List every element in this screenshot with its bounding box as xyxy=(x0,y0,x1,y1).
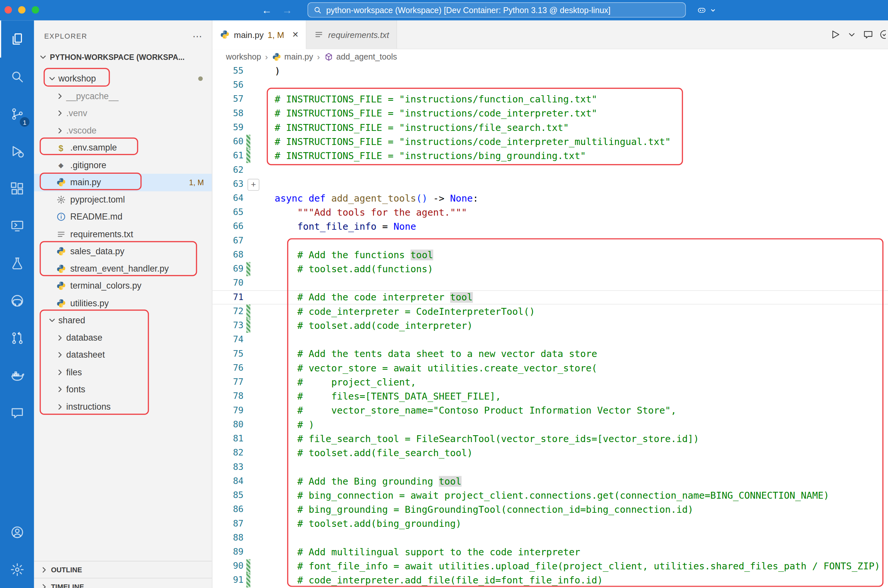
tree-item-utilities-py[interactable]: utilities.py xyxy=(34,294,212,312)
code-line-55[interactable]: 55) xyxy=(212,64,888,78)
line-number: 88 xyxy=(212,531,243,545)
code-line-82[interactable]: 82 # toolset.add(file_search_tool) xyxy=(212,446,888,460)
tree-item-shared[interactable]: shared xyxy=(34,312,212,329)
nav-forward-icon[interactable]: → xyxy=(282,4,292,16)
code-line-87[interactable]: 87 # toolset.add(bing_grounding) xyxy=(212,517,888,531)
code-line-79[interactable]: 79 # vector_store_name="Contoso Product … xyxy=(212,404,888,417)
run-dropdown-icon[interactable] xyxy=(846,29,858,40)
tree-item-gitignore[interactable]: ◆.gitignore xyxy=(34,156,212,174)
code-line-66[interactable]: 66 font_file_info = None xyxy=(212,219,888,234)
activity-item-remote-explorer[interactable] xyxy=(0,207,34,244)
maximize-window-button[interactable] xyxy=(32,6,39,14)
code-line-60[interactable]: 60# INSTRUCTIONS_FILE = "instructions/co… xyxy=(212,135,888,149)
code-line-90[interactable]: 90 # font_file_info = await utilities.up… xyxy=(212,559,888,573)
code-line-72[interactable]: 72 # code_interpreter = CodeInterpreterT… xyxy=(212,304,888,319)
code-line-84[interactable]: 84 # Add the Bing grounding tool xyxy=(212,474,888,488)
code-line-78[interactable]: 78 # files=[TENTS_DATA_SHEET_FILE], xyxy=(212,389,888,404)
git-gutter-mark xyxy=(246,262,251,276)
run-button-icon[interactable] xyxy=(830,29,841,40)
code-line-61[interactable]: 61# INSTRUCTIONS_FILE = "instructions/bi… xyxy=(212,149,888,163)
tree-item-vscode[interactable]: .vscode xyxy=(34,122,212,140)
activity-item-extensions[interactable] xyxy=(0,170,34,207)
tree-item-requirements-txt[interactable]: requirements.txt xyxy=(34,225,212,243)
activity-item-explorer[interactable] xyxy=(0,20,34,58)
tree-item-datasheet[interactable]: datasheet xyxy=(34,346,212,364)
close-icon[interactable]: ✕ xyxy=(292,30,299,39)
breadcrumb-item-add-agent-tools[interactable]: add_agent_tools xyxy=(324,52,397,61)
copilot-icon[interactable] xyxy=(696,5,706,15)
code-line-73[interactable]: 73 # toolset.add(code_interpreter) xyxy=(212,319,888,333)
tree-item-venv[interactable]: .venv xyxy=(34,105,212,122)
code-line-76[interactable]: 76 # vector_store = await utilities.crea… xyxy=(212,361,888,375)
code-line-70[interactable]: 70 xyxy=(212,276,888,290)
code-line-58[interactable]: 58# INSTRUCTIONS_FILE = "instructions/co… xyxy=(212,106,888,120)
workspace-root-row[interactable]: PYTHON-WORKSPACE (WORKSPA... xyxy=(34,49,212,66)
tree-item-pycache[interactable]: __pycache__ xyxy=(34,87,212,105)
close-window-button[interactable] xyxy=(5,6,12,14)
activity-item-source-control[interactable]: 1 xyxy=(0,95,34,132)
code-line-77[interactable]: 77 # project_client, xyxy=(212,375,888,389)
code-line-86[interactable]: 86 # bing_grounding = BingGroundingTool(… xyxy=(212,502,888,517)
code-line-67[interactable]: 67 xyxy=(212,234,888,248)
code-line-85[interactable]: 85 # bing_connection = await project_cli… xyxy=(212,489,888,502)
code-line-57[interactable]: 57# INSTRUCTIONS_FILE = "instructions/fu… xyxy=(212,92,888,106)
code-line-62[interactable]: 62 xyxy=(212,163,888,177)
tree-item-fonts[interactable]: fonts xyxy=(34,381,212,398)
code-line-74[interactable]: 74 xyxy=(212,333,888,347)
chevron-down-icon[interactable] xyxy=(709,6,717,14)
outline-section-header[interactable]: OUTLINE xyxy=(34,561,212,579)
code-line-65[interactable]: 65 """Add tools for the agent.""" xyxy=(212,206,888,219)
tree-item-workshop[interactable]: workshop xyxy=(34,70,212,87)
tree-item-files[interactable]: files xyxy=(34,363,212,381)
code-line-68[interactable]: 68 # Add the functions tool xyxy=(212,248,888,262)
tree-item-stream-event-handler-py[interactable]: stream_event_handler.py xyxy=(34,260,212,278)
git-gutter-mark xyxy=(246,149,251,163)
breadcrumb-item-workshop[interactable]: workshop xyxy=(226,52,261,61)
explorer-more-actions-icon[interactable]: ⋯ xyxy=(192,30,203,42)
tree-item-pyproject-toml[interactable]: pyproject.toml xyxy=(34,191,212,208)
code-line-71[interactable]: 71 # Add the code interpreter tool xyxy=(212,290,888,304)
tab-main-py[interactable]: main.py1, M✕ xyxy=(212,20,307,49)
tree-item-instructions[interactable]: instructions xyxy=(34,398,212,416)
activity-item-comment[interactable] xyxy=(0,394,34,431)
comment-action-icon[interactable] xyxy=(862,29,874,40)
code-line-91[interactable]: 91 # code_interpreter.add_file(file_id=f… xyxy=(212,573,888,587)
tree-item-readme-md[interactable]: README.md xyxy=(34,208,212,225)
code-line-75[interactable]: 75 # Add the tents data sheet to a new v… xyxy=(212,347,888,361)
code-line-80[interactable]: 80 # ) xyxy=(212,417,888,432)
code-line-64[interactable]: 64async def add_agent_tools() -> None: xyxy=(212,191,888,206)
more-circle-icon[interactable] xyxy=(879,29,886,40)
code-line-59[interactable]: 59# INSTRUCTIONS_FILE = "instructions/fi… xyxy=(212,120,888,135)
tree-item-label: .venv xyxy=(66,108,87,118)
code-line-69[interactable]: 69 # toolset.add(functions) xyxy=(212,262,888,276)
activity-item-run-debug[interactable] xyxy=(0,132,34,170)
tree-item-env-sample[interactable]: $.env.sample xyxy=(34,139,212,156)
activity-item-account[interactable] xyxy=(0,513,34,551)
code-line-83[interactable]: 83 xyxy=(212,460,888,474)
nav-back-icon[interactable]: ← xyxy=(261,4,272,16)
activity-item-settings[interactable] xyxy=(0,551,34,588)
tree-item-main-py[interactable]: main.py1, M xyxy=(34,174,212,191)
tab-requirements-txt[interactable]: requirements.txt xyxy=(307,20,397,48)
code-line-89[interactable]: 89 # Add multilingual support to the cod… xyxy=(212,545,888,559)
git-gutter xyxy=(246,191,251,206)
minimize-window-button[interactable] xyxy=(18,6,25,14)
code-line-88[interactable]: 88 xyxy=(212,531,888,545)
activity-item-pull-request[interactable] xyxy=(0,319,34,356)
code-editor[interactable]: 55)5657# INSTRUCTIONS_FILE = "instructio… xyxy=(212,64,888,588)
fold-expand-icon[interactable]: + xyxy=(248,179,259,191)
activity-item-github[interactable] xyxy=(0,282,34,319)
activity-item-docker[interactable] xyxy=(0,357,34,394)
activity-item-testing[interactable] xyxy=(0,244,34,282)
code-line-81[interactable]: 81 # file_search_tool = FileSearchTool(v… xyxy=(212,432,888,446)
command-center[interactable]: python-workspace (Workspace) [Dev Contai… xyxy=(308,2,686,18)
code-line-63[interactable]: 63+ xyxy=(212,177,888,191)
tree-item-database[interactable]: database xyxy=(34,329,212,346)
timeline-section-header[interactable]: TIMELINE xyxy=(34,578,212,588)
activity-item-search[interactable] xyxy=(0,58,34,95)
breadcrumb-item-main-py[interactable]: main.py xyxy=(272,52,313,61)
outline-label: OUTLINE xyxy=(51,566,82,574)
tree-item-terminal-colors-py[interactable]: terminal_colors.py xyxy=(34,277,212,294)
tree-item-sales-data-py[interactable]: sales_data.py xyxy=(34,243,212,260)
code-line-56[interactable]: 56 xyxy=(212,78,888,92)
